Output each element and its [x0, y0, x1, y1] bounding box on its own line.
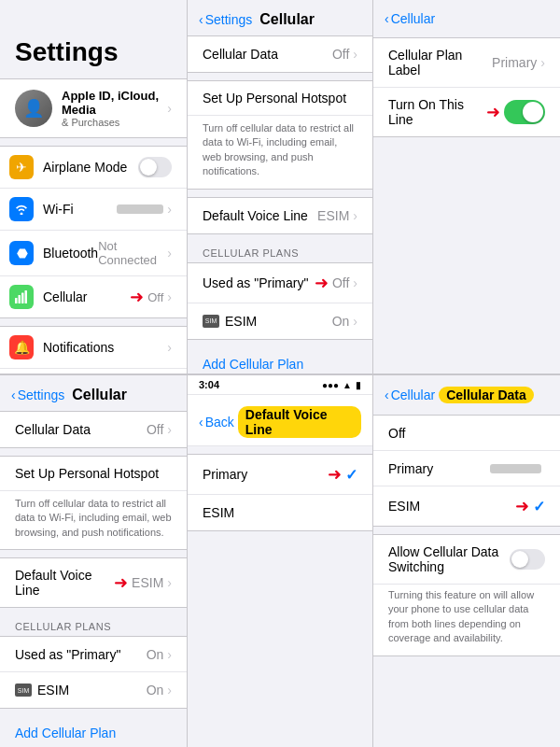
bluetooth-value: Not Connected [98, 239, 163, 267]
bluetooth-chevron: › [167, 246, 172, 261]
voice-options-list: Primary ➜ ✓ ESIM [188, 454, 372, 531]
btm-used-as-primary-label: Used as "Primary" [15, 647, 147, 662]
wifi-icon [9, 197, 34, 221]
esim-voice-row[interactable]: ESIM [188, 495, 372, 530]
phone-status-bar: 3:04 ●●● ▲ ▮ [188, 375, 372, 395]
primary-option-row[interactable]: Primary [373, 451, 560, 486]
voice-back-button[interactable]: ‹ Back [199, 415, 234, 430]
phone-time: 3:04 [199, 379, 219, 390]
back-chevron-icon: ‹ [385, 11, 389, 26]
esim-voice-label: ESIM [203, 505, 357, 520]
wifi-label: Wi-Fi [43, 202, 117, 217]
add-plan-link[interactable]: Add Cellular Plan [188, 347, 372, 374]
btm-esim-row[interactable]: SIM ESIM On › [0, 672, 187, 708]
wifi-value [117, 203, 163, 217]
primary-chevron: › [353, 275, 357, 290]
btm-used-as-primary-row[interactable]: Used as "Primary" On › [0, 637, 187, 672]
esim-option-arrow-icon: ➜ [515, 496, 529, 516]
btm-esim-icon: SIM [15, 684, 32, 697]
cellular-data-row[interactable]: Cellular Data Off › [188, 36, 372, 72]
btm-add-plan-link[interactable]: Add Cellular Plan [0, 716, 187, 747]
primary-checkmark-icon: ✓ [345, 466, 357, 484]
btm-default-voice-value: ESIM [132, 575, 163, 590]
notifications-row[interactable]: 🔔 Notifications › [0, 327, 187, 369]
used-as-primary-label: Used as "Primary" [203, 275, 315, 290]
turn-on-panel: ‹ Cellular Cellular Plan Label Primary ›… [373, 0, 560, 374]
cellular-panel: ‹ Settings Cellular Cellular Data Off › … [187, 0, 373, 374]
allow-switching-toggle[interactable] [510, 549, 545, 570]
hotspot-description: Turn off cellular data to restrict all d… [188, 116, 372, 189]
back-chevron-icon: ‹ [199, 415, 203, 430]
used-as-primary-value: Off [332, 275, 349, 290]
btm-cellular-data-label: Cellular Data [15, 422, 147, 437]
btm-cellular-data-row[interactable]: Cellular Data Off › [0, 412, 187, 447]
voice-line-panel: 3:04 ●●● ▲ ▮ ‹ Back Default Voice Line P… [187, 374, 373, 747]
chevron-icon: › [167, 101, 172, 116]
cellular-data-label: Cellular Data [203, 47, 332, 62]
cellular-data-back-label: Cellular [391, 388, 435, 402]
btm-default-voice-row[interactable]: Default Voice Line ➜ ESIM › [0, 558, 187, 607]
cellular-row[interactable]: Cellular ➜ Off › [0, 276, 187, 317]
btm-esim-chevron: › [167, 683, 172, 698]
plan-label: Cellular Plan Label [388, 48, 492, 78]
turn-on-label: Turn On This Line [388, 97, 486, 127]
cellular-value: Off [147, 290, 163, 304]
esim-option-row[interactable]: ESIM ➜ ✓ [373, 486, 560, 526]
back-chevron-icon: ‹ [199, 12, 203, 27]
esim-icon: SIM [203, 315, 219, 328]
turn-on-navbar: ‹ Cellular [373, 0, 560, 34]
turn-on-toggle[interactable] [504, 100, 545, 124]
settings-title: Settings [0, 0, 187, 78]
primary-voice-row[interactable]: Primary ➜ ✓ [188, 455, 372, 495]
voice-navbar: ‹ Back Default Voice Line [188, 395, 372, 446]
used-as-primary-row[interactable]: Used as "Primary" ➜ Off › [188, 263, 372, 303]
airplane-label: Airplane Mode [43, 160, 138, 175]
status-icons: ●●● ▲ ▮ [322, 380, 361, 390]
btm-settings-cellular-panel: ‹ Settings Cellular Cellular Data Off › … [0, 374, 187, 747]
primary-voice-label: Primary [203, 467, 328, 482]
account-row[interactable]: 👤 Apple ID, iCloud, Media & Purchases › [0, 78, 187, 138]
airplane-toggle[interactable] [138, 157, 172, 177]
turn-on-back-button[interactable]: ‹ Cellular [385, 11, 435, 26]
svg-rect-1 [19, 295, 21, 303]
btm-setup-hotspot-row[interactable]: Set Up Personal Hotspot [0, 457, 187, 491]
allow-switching-row[interactable]: Allow Cellular Data Switching [373, 535, 560, 585]
btm-cellular-back-button[interactable]: ‹ Settings [11, 388, 64, 402]
settings-panel: Settings 👤 Apple ID, iCloud, Media & Pur… [0, 0, 187, 374]
cellular-data-title-badge: Cellular Data [439, 387, 534, 403]
default-voice-row[interactable]: Default Voice Line ESIM › [188, 198, 372, 233]
back-chevron-icon: ‹ [11, 388, 16, 402]
btm-back-label: Settings [18, 388, 65, 402]
turn-on-row[interactable]: Turn On This Line ➜ [373, 88, 560, 136]
btm-used-as-primary-value: On [147, 647, 164, 662]
cellular-icon [9, 285, 34, 309]
setup-hotspot-label: Set Up Personal Hotspot [203, 91, 346, 106]
btm-cellular-navbar: ‹ Settings Cellular [0, 375, 187, 411]
turn-on-back-label: Cellular [391, 11, 435, 26]
cellular-back-button[interactable]: ‹ Settings [199, 12, 252, 27]
cellular-data-panel: ‹ Cellular Cellular Data Off Primary ESI… [373, 374, 560, 747]
btm-hotspot-block: Set Up Personal Hotspot Turn off cellula… [0, 456, 187, 550]
setup-hotspot-row[interactable]: Set Up Personal Hotspot [188, 81, 372, 116]
battery-icon: ▮ [356, 380, 361, 390]
svg-rect-2 [21, 293, 24, 304]
esim-row[interactable]: SIM ESIM On › [188, 303, 372, 339]
esim-value: On [332, 314, 350, 329]
btm-voice-chevron: › [167, 575, 172, 590]
plans-list: Used as "Primary" ➜ Off › SIM ESIM On › [188, 262, 372, 340]
off-option-label: Off [388, 426, 545, 441]
cellular-data-back-button[interactable]: ‹ Cellular [385, 388, 435, 402]
plan-label-row[interactable]: Cellular Plan Label Primary › [373, 38, 560, 88]
default-voice-list: Default Voice Line ESIM › [188, 197, 372, 234]
esim-label: ESIM [225, 314, 332, 329]
bluetooth-row[interactable]: ⬣ Bluetooth Not Connected › [0, 231, 187, 276]
allow-switching-label: Allow Cellular Data Switching [388, 544, 510, 574]
cellular-label: Cellular [43, 289, 130, 304]
settings-group-connectivity: ✈ Airplane Mode Wi-Fi › ⬣ Bluetooth Not … [0, 146, 187, 318]
airplane-mode-row[interactable]: ✈ Airplane Mode [0, 147, 187, 189]
cellular-chevron: › [167, 289, 172, 304]
off-option-row[interactable]: Off [373, 416, 560, 451]
wifi-row[interactable]: Wi-Fi › [0, 189, 187, 231]
btm-plans-list: Used as "Primary" On › SIM ESIM On › [0, 636, 187, 709]
btm-esim-label: ESIM [37, 683, 147, 698]
